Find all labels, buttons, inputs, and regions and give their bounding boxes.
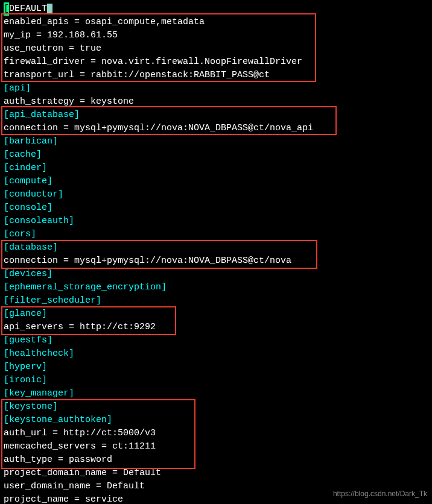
section-header: [cinder] xyxy=(4,162,428,175)
section-header: [devices] xyxy=(4,268,428,281)
section-header: [filter_scheduler] xyxy=(4,294,428,307)
section-header: [barbican] xyxy=(4,135,428,148)
config-line: api_servers = http://ct:9292 xyxy=(4,321,428,334)
section-header: [keystone_authtoken] xyxy=(4,414,428,427)
section-header: [api] xyxy=(4,82,428,95)
config-line: connection = mysql+pymysql://nova:NOVA_D… xyxy=(4,122,428,135)
section-header: [console] xyxy=(4,201,428,215)
section-header: [ephemeral_storage_encryption] xyxy=(4,281,428,294)
section-header: [consoleauth] xyxy=(4,215,428,228)
section-header: [key_manager] xyxy=(4,387,428,400)
config-line: auth_url = http://ct:5000/v3 xyxy=(4,427,428,440)
section-header: [ironic] xyxy=(4,374,428,387)
config-line: my_ip = 192.168.61.55 xyxy=(4,29,428,42)
section-header: [cache] xyxy=(4,148,428,162)
config-line: memcached_servers = ct:11211 xyxy=(4,440,428,453)
config-line: enabled_apis = osapi_compute,metadata xyxy=(4,16,428,29)
section-header: [cors] xyxy=(4,228,428,241)
config-line: auth_type = password xyxy=(4,453,428,467)
config-line: use_neutron = true xyxy=(4,42,428,55)
header-label: DEFAULT xyxy=(9,2,47,16)
section-header: [healthcheck] xyxy=(4,347,428,361)
section-header: [hyperv] xyxy=(4,361,428,374)
config-line: auth_strategy = keystone xyxy=(4,95,428,109)
watermark-text: https://blog.csdn.net/Dark_Tk xyxy=(333,487,427,500)
section-header: [keystone] xyxy=(4,400,428,414)
section-header: [api_database] xyxy=(4,109,428,122)
config-line: connection = mysql+pymysql://nova:NOVA_D… xyxy=(4,254,428,268)
bracket-open: [ xyxy=(4,2,9,16)
config-header: [DEFAULT xyxy=(4,2,428,16)
config-line: project_domain_name = Default xyxy=(4,467,428,480)
config-line: transport_url = rabbit://openstack:RABBI… xyxy=(4,69,428,82)
section-header: [glance] xyxy=(4,307,428,321)
section-header: [database] xyxy=(4,241,428,254)
cursor-block xyxy=(47,4,52,14)
config-line: firewall_driver = nova.virt.firewall.Noo… xyxy=(4,55,428,69)
section-header: [conductor] xyxy=(4,188,428,201)
section-header: [compute] xyxy=(4,175,428,188)
section-header: [guestfs] xyxy=(4,334,428,347)
